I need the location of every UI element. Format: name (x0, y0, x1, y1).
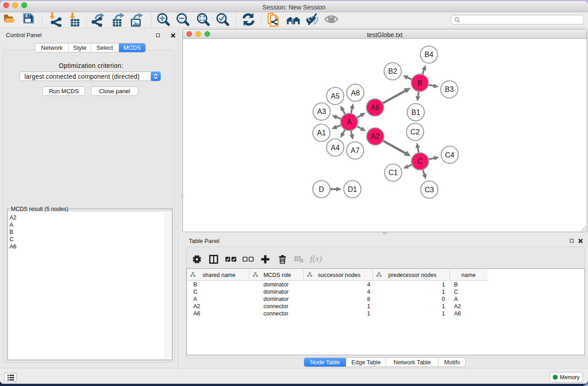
svg-text:A4: A4 (331, 144, 340, 152)
svg-text:C4: C4 (445, 151, 454, 159)
svg-text:A: A (347, 118, 352, 126)
svg-text:D1: D1 (348, 186, 357, 193)
svg-text:A1: A1 (317, 129, 326, 137)
svg-text:B: B (417, 79, 422, 87)
svg-text:A3: A3 (317, 108, 326, 115)
svg-text:C2: C2 (411, 128, 420, 136)
svg-text:C3: C3 (425, 186, 434, 194)
svg-text:D: D (319, 186, 324, 193)
svg-text:B4: B4 (425, 51, 434, 58)
svg-text:C1: C1 (388, 169, 398, 176)
svg-text:A2: A2 (371, 133, 380, 140)
svg-text:C: C (417, 157, 423, 165)
svg-text:A8: A8 (351, 89, 360, 97)
svg-text:A7: A7 (351, 147, 360, 154)
svg-text:A5: A5 (331, 92, 340, 100)
svg-text:A6: A6 (371, 104, 380, 111)
svg-text:B1: B1 (411, 109, 421, 116)
svg-text:B3: B3 (445, 86, 454, 93)
svg-text:B2: B2 (388, 67, 397, 75)
